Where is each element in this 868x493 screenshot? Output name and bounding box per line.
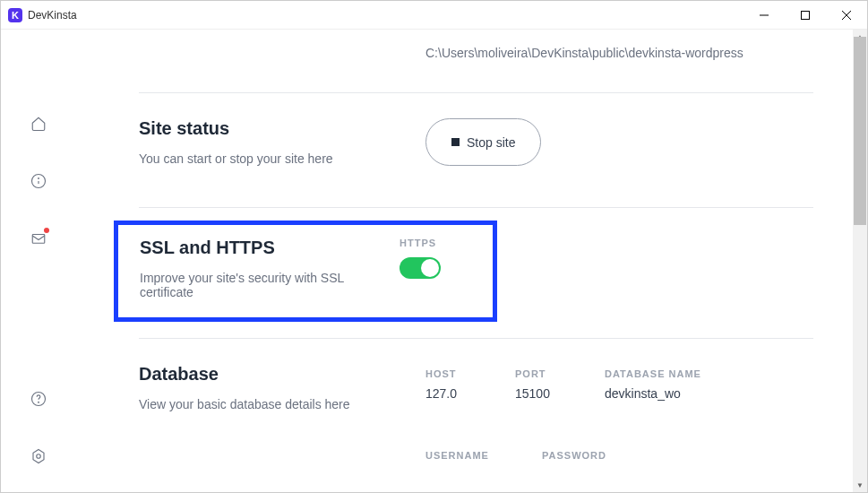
svg-point-8 bbox=[37, 454, 41, 459]
window-title: DevKinsta bbox=[28, 9, 743, 22]
site-status-title: Site status bbox=[139, 118, 425, 139]
stop-site-label: Stop site bbox=[467, 135, 515, 150]
svg-rect-0 bbox=[802, 11, 810, 19]
database-subtitle: View your basic database details here bbox=[139, 397, 425, 411]
scrollbar[interactable]: ▲ ▼ bbox=[853, 30, 867, 492]
home-icon[interactable] bbox=[30, 115, 47, 133]
main-content: C:\Users\moliveira\DevKinsta\public\devk… bbox=[76, 30, 867, 492]
scrollbar-thumb[interactable] bbox=[854, 37, 866, 225]
app-window: K DevKinsta bbox=[0, 0, 868, 493]
stop-site-button[interactable]: Stop site bbox=[425, 118, 541, 166]
db-host-label: HOST bbox=[425, 368, 479, 381]
ssl-subtitle: Improve your site's security with SSL ce… bbox=[140, 271, 400, 299]
db-name-value: devkinsta_wo bbox=[605, 386, 703, 401]
minimize-button[interactable] bbox=[743, 1, 785, 29]
https-toggle[interactable] bbox=[400, 257, 441, 279]
database-section: Database View your basic database detail… bbox=[103, 339, 813, 437]
db-name-label: DATABASE NAME bbox=[605, 368, 703, 381]
window-controls bbox=[743, 1, 867, 29]
app-icon: K bbox=[8, 8, 22, 22]
db-port-value: 15100 bbox=[515, 386, 569, 401]
titlebar: K DevKinsta bbox=[1, 1, 867, 30]
site-status-section: Site status You can start or stop your s… bbox=[103, 93, 813, 191]
mail-icon[interactable] bbox=[30, 229, 47, 247]
ssl-highlight-box: SSL and HTTPS Improve your site's securi… bbox=[114, 221, 497, 322]
body: C:\Users\moliveira\DevKinsta\public\devk… bbox=[1, 30, 867, 492]
settings-icon[interactable] bbox=[30, 447, 47, 465]
credentials-section: USERNAME PASSWORD bbox=[103, 437, 813, 468]
https-label: HTTPS bbox=[400, 238, 441, 248]
help-icon[interactable] bbox=[30, 390, 47, 408]
username-label: USERNAME bbox=[425, 449, 506, 463]
scroll-down-icon[interactable]: ▼ bbox=[853, 478, 867, 492]
notification-dot bbox=[44, 228, 49, 233]
sidebar bbox=[1, 30, 76, 492]
divider bbox=[139, 207, 813, 208]
ssl-title: SSL and HTTPS bbox=[140, 238, 400, 258]
stop-icon bbox=[451, 138, 460, 146]
close-button[interactable] bbox=[826, 1, 867, 29]
svg-point-6 bbox=[39, 402, 39, 402]
svg-rect-4 bbox=[32, 235, 45, 244]
password-label: PASSWORD bbox=[542, 449, 623, 463]
svg-marker-7 bbox=[33, 450, 44, 463]
db-port-label: PORT bbox=[515, 368, 569, 381]
site-path: C:\Users\moliveira\DevKinsta\public\devk… bbox=[103, 30, 813, 76]
site-status-subtitle: You can start or stop your site here bbox=[139, 151, 425, 166]
toggle-knob bbox=[421, 259, 439, 277]
svg-point-3 bbox=[39, 178, 39, 179]
maximize-button[interactable] bbox=[785, 1, 826, 29]
database-title: Database bbox=[139, 364, 425, 385]
db-host-value: 127.0 bbox=[425, 386, 479, 401]
info-icon[interactable] bbox=[30, 172, 47, 190]
